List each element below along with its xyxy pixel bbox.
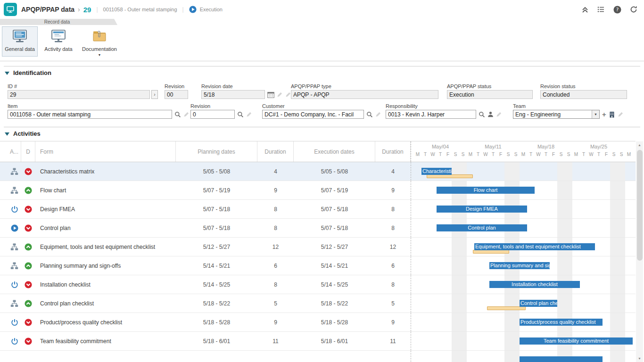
gantt-bar[interactable]: Characteristics matrix <box>421 168 452 175</box>
gantt-baseline-bar[interactable] <box>487 306 526 310</box>
activity-form-name[interactable]: Product/process quality checklist <box>35 313 176 331</box>
planning-duration: 8 <box>257 200 294 218</box>
workflow-icon[interactable] <box>10 187 18 194</box>
power-icon[interactable] <box>11 206 18 213</box>
documentation-button[interactable]: Documentation ▼ <box>79 26 120 57</box>
activity-form-name[interactable]: Characteristics matrix <box>35 162 176 181</box>
clear-icon[interactable] <box>375 111 381 117</box>
activity-row[interactable]: Flow chart5/07 - 5/1995/07 - 5/199Flow c… <box>0 181 636 200</box>
calendar-icon[interactable] <box>267 91 274 98</box>
activity-row[interactable] <box>0 351 636 362</box>
column-header-planning-dates[interactable]: Planning dates <box>176 141 257 162</box>
collapse-panel-icon[interactable] <box>581 6 589 13</box>
activity-form-name[interactable]: Design FMEA <box>35 200 176 218</box>
item-revision-input[interactable] <box>190 110 235 119</box>
activity-row[interactable]: Control plan5/07 - 5/1885/07 - 5/188Cont… <box>0 219 636 238</box>
activity-form-name[interactable]: Installation checklist <box>35 275 176 294</box>
workflow-icon[interactable] <box>10 243 18 251</box>
list-icon[interactable] <box>597 6 605 13</box>
clear-icon[interactable] <box>618 111 624 117</box>
activity-form-name[interactable]: Planning summary and sign-offs <box>35 256 176 275</box>
responsibility-input[interactable] <box>386 110 476 119</box>
play-icon[interactable] <box>11 224 18 232</box>
apqp-type-input[interactable] <box>291 90 438 99</box>
team-select[interactable]: Eng - Engineering ▼ <box>513 110 600 119</box>
activity-row[interactable]: Installation checklist5/14 - 5/2585/14 -… <box>0 275 636 294</box>
scrollbar-thumb[interactable] <box>637 150 643 261</box>
apqp-status-input[interactable] <box>447 90 533 99</box>
general-data-button[interactable]: General data <box>2 26 38 57</box>
gantt-bar[interactable]: Flow chart <box>437 187 535 194</box>
gantt-bar[interactable]: Equipment, tools and test equipment chec… <box>474 243 595 250</box>
add-icon[interactable]: + <box>602 111 606 118</box>
person-icon[interactable] <box>487 111 494 117</box>
activity-form-name[interactable]: Team feasibility commitment <box>35 332 176 350</box>
column-header-form[interactable]: Form <box>35 141 176 162</box>
id-input[interactable] <box>8 90 150 99</box>
identification-section-header[interactable]: Identification <box>5 69 51 76</box>
activity-form-name[interactable]: Control plan <box>35 219 176 237</box>
search-icon[interactable] <box>237 111 244 118</box>
collapse-triangle-icon[interactable] <box>5 72 9 75</box>
refresh-icon[interactable] <box>630 6 637 13</box>
gantt-bar[interactable]: Team feasibility commitment <box>520 337 633 345</box>
power-icon[interactable] <box>11 337 18 345</box>
gantt-bar[interactable] <box>520 356 603 362</box>
search-icon[interactable] <box>174 111 181 118</box>
activity-form-name[interactable]: Flow chart <box>35 181 176 199</box>
column-header-d[interactable]: D <box>21 141 35 162</box>
search-icon[interactable] <box>479 111 485 118</box>
power-icon[interactable] <box>11 319 18 326</box>
gantt-cell: Product/process quality checklist <box>411 313 636 331</box>
clear-icon[interactable] <box>496 111 502 117</box>
activity-row[interactable]: Team feasibility commitment5/18 - 6/0111… <box>0 332 636 351</box>
activity-row[interactable]: Design FMEA5/07 - 5/1885/07 - 5/188Desig… <box>0 200 636 219</box>
gantt-bar[interactable]: Planning summary and sign-offs <box>489 262 550 269</box>
power-icon[interactable] <box>11 281 18 288</box>
item-input[interactable] <box>8 110 172 119</box>
activity-row[interactable]: Characteristics matrix5/05 - 5/0845/05 -… <box>0 162 636 181</box>
gantt-bar[interactable]: Installation checklist <box>489 281 580 288</box>
clear-icon[interactable] <box>246 111 252 117</box>
activity-row[interactable]: Control plan checklist5/18 - 5/2255/18 -… <box>0 294 636 313</box>
status-up-icon <box>25 187 32 194</box>
activity-row[interactable]: Equipment, tools and test equipment chec… <box>0 238 636 256</box>
activity-form-name[interactable]: Equipment, tools and test equipment chec… <box>35 238 176 256</box>
revision-status-input[interactable] <box>540 90 627 99</box>
workflow-icon[interactable] <box>10 300 18 307</box>
activities-section-header[interactable]: Activities <box>5 130 41 137</box>
gantt-scrollbar[interactable]: ▲ ▼ <box>636 141 643 362</box>
gantt-bar[interactable]: Design FMEA <box>437 206 527 213</box>
workflow-icon[interactable] <box>10 262 18 270</box>
column-header-planning-duration[interactable]: Duration <box>257 141 294 162</box>
clear-icon[interactable] <box>277 91 283 98</box>
clear-icon[interactable] <box>183 111 190 117</box>
gantt-baseline-bar[interactable] <box>473 250 509 254</box>
collapse-triangle-icon[interactable] <box>5 132 9 136</box>
workflow-icon[interactable] <box>10 168 18 175</box>
column-header-execution-dates[interactable]: Execution dates <box>294 141 375 162</box>
scroll-up-button[interactable]: ▲ <box>636 141 643 148</box>
gantt-bar[interactable]: Control plan <box>437 224 527 231</box>
help-icon[interactable]: ? <box>613 6 621 14</box>
scroll-down-button[interactable]: ▼ <box>636 355 643 362</box>
activity-data-button[interactable]: Activity data <box>41 26 76 57</box>
tab-record-data[interactable]: Record data <box>0 19 114 25</box>
column-header-execution-duration[interactable]: Duration <box>375 141 411 162</box>
activity-row[interactable]: Product/process quality checklist5/18 - … <box>0 313 636 332</box>
revision-input[interactable] <box>165 90 188 99</box>
activity-row[interactable]: Planning summary and sign-offs5/14 - 5/2… <box>0 256 636 275</box>
app-logo-icon[interactable] <box>4 3 17 16</box>
org-icon[interactable] <box>609 111 615 118</box>
gantt-baseline-bar[interactable] <box>427 174 473 178</box>
search-icon[interactable] <box>366 111 373 118</box>
revision-date-input[interactable] <box>201 90 265 99</box>
customer-input[interactable] <box>262 110 364 119</box>
column-header-a[interactable]: A... <box>8 141 21 162</box>
activity-form-name[interactable] <box>35 351 176 362</box>
field-customer: Customer <box>262 103 381 119</box>
activity-form-name[interactable]: Control plan checklist <box>35 294 176 313</box>
gantt-bar[interactable]: Control plan checklist <box>520 300 557 307</box>
gantt-bar[interactable]: Product/process quality checklist <box>520 319 603 326</box>
id-expand-button[interactable]: › <box>151 90 158 99</box>
